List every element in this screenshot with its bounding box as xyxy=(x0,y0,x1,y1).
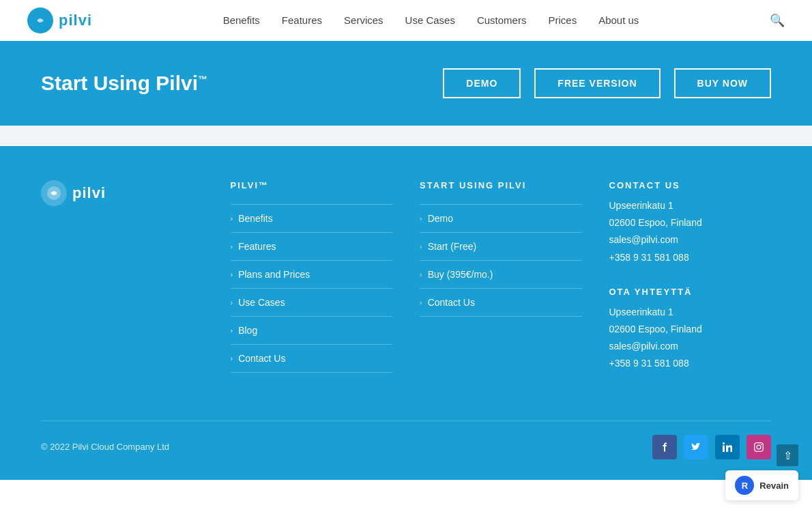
contact-title: CONTACT US xyxy=(609,180,772,190)
contact-block-1: CONTACT US Upseerinkatu 1 02600 Espoo, F… xyxy=(609,180,772,266)
footer-logo: pilvi xyxy=(41,180,203,206)
contact-email[interactable]: sales@pilvi.com xyxy=(609,231,772,248)
hero-banner: Start Using Pilvi™ DEMO FREE VERSION BUY… xyxy=(0,41,812,126)
footer-pilvi-links: › Benefits › Features › Plans and Prices… xyxy=(231,204,393,373)
ota-address: Upseerinkatu 1 xyxy=(609,304,772,321)
footer-link-buy[interactable]: › Buy (395€/mo.) xyxy=(420,261,582,289)
nav-links: Benefits Features Services Use Cases Cus… xyxy=(223,14,639,27)
nav-item-features[interactable]: Features xyxy=(282,14,322,27)
buy-now-button[interactable]: BUY NOW xyxy=(674,68,771,98)
footer-link-contact[interactable]: › Contact Us xyxy=(231,345,393,373)
search-icon[interactable]: 🔍 xyxy=(770,13,785,28)
revain-badge[interactable]: R Revain xyxy=(725,470,798,480)
copyright-text: © 2022 Pilvi Cloud Company Ltd xyxy=(41,442,169,452)
chevron-icon: › xyxy=(420,242,422,251)
ota-info: Upseerinkatu 1 02600 Espoo, Finland sale… xyxy=(609,304,772,373)
footer-link-blog[interactable]: › Blog xyxy=(231,317,393,345)
footer-link-plans[interactable]: › Plans and Prices xyxy=(231,261,393,289)
chevron-icon: › xyxy=(231,298,233,306)
nav-item-benefits[interactable]: Benefits xyxy=(223,14,260,27)
free-version-button[interactable]: FREE VERSION xyxy=(534,68,660,98)
ota-email[interactable]: sales@pilvi.com xyxy=(609,338,772,355)
footer-link-contact-us[interactable]: › Contact Us xyxy=(420,289,582,317)
footer-link-features[interactable]: › Features xyxy=(231,233,393,261)
chevron-icon: › xyxy=(231,270,233,279)
twitter-icon[interactable] xyxy=(684,435,708,459)
footer-bottom: © 2022 Pilvi Cloud Company Ltd xyxy=(41,420,771,459)
footer-logo-col: pilvi xyxy=(41,180,203,393)
footer: pilvi PILVI™ › Benefits › Features › Pla… xyxy=(0,146,812,480)
nav-item-customers[interactable]: Customers xyxy=(477,14,527,27)
contact-address: Upseerinkatu 1 xyxy=(609,197,772,214)
logo-text: pilvi xyxy=(59,12,92,29)
chevron-icon: › xyxy=(231,214,233,223)
footer-grid: pilvi PILVI™ › Benefits › Features › Pla… xyxy=(41,180,771,420)
chevron-icon: › xyxy=(420,214,422,223)
footer-col-pilvi-title: PILVI™ xyxy=(231,180,393,190)
nav-item-use-cases[interactable]: Use Cases xyxy=(405,14,455,27)
chevron-icon: › xyxy=(231,354,233,362)
ota-city: 02600 Espoo, Finland xyxy=(609,321,772,338)
hero-buttons: DEMO FREE VERSION BUY NOW xyxy=(443,68,771,98)
nav-item-services[interactable]: Services xyxy=(344,14,383,27)
contact-phone: +358 9 31 581 088 xyxy=(609,249,772,266)
scroll-top-button[interactable]: ⇧ xyxy=(777,444,798,466)
demo-button[interactable]: DEMO xyxy=(443,68,521,98)
linkedin-icon[interactable] xyxy=(715,435,740,459)
footer-logo-icon xyxy=(41,180,67,206)
footer-link-demo[interactable]: › Demo xyxy=(420,204,582,233)
footer-logo-text: pilvi xyxy=(72,184,106,202)
footer-col-pilvi: PILVI™ › Benefits › Features › Plans and… xyxy=(231,180,393,393)
contact-info: Upseerinkatu 1 02600 Espoo, Finland sale… xyxy=(609,197,772,266)
ota-phone: +358 9 31 581 088 xyxy=(609,355,772,372)
chevron-icon: › xyxy=(231,326,233,334)
hero-title: Start Using Pilvi™ xyxy=(41,72,207,95)
facebook-icon[interactable] xyxy=(652,435,677,459)
social-icons xyxy=(652,435,771,459)
chevron-icon: › xyxy=(420,298,422,306)
white-gap xyxy=(0,126,812,146)
footer-col-contact: CONTACT US Upseerinkatu 1 02600 Espoo, F… xyxy=(609,180,772,393)
footer-link-start-free[interactable]: › Start (Free) xyxy=(420,233,582,261)
nav-item-about-us[interactable]: About us xyxy=(598,14,639,27)
contact-block-2: OTA YHTEYTTÄ Upseerinkatu 1 02600 Espoo,… xyxy=(609,287,772,373)
contact-city: 02600 Espoo, Finland xyxy=(609,214,772,231)
footer-col-start: START USING PILVI › Demo › Start (Free) … xyxy=(420,180,582,393)
navbar: pilvi Benefits Features Services Use Cas… xyxy=(0,0,812,41)
chevron-icon: › xyxy=(420,270,422,279)
footer-link-benefits[interactable]: › Benefits xyxy=(231,204,393,233)
instagram-icon[interactable] xyxy=(746,435,771,459)
revain-icon: R xyxy=(735,476,754,480)
nav-logo[interactable]: pilvi xyxy=(27,8,92,33)
footer-start-links: › Demo › Start (Free) › Buy (395€/mo.) ›… xyxy=(420,204,582,317)
chevron-icon: › xyxy=(231,242,233,251)
nav-item-prices[interactable]: Prices xyxy=(548,14,577,27)
logo-icon xyxy=(27,8,53,33)
footer-link-use-cases[interactable]: › Use Cases xyxy=(231,289,393,317)
ota-title: OTA YHTEYTTÄ xyxy=(609,287,772,297)
footer-col-start-title: START USING PILVI xyxy=(420,180,582,190)
